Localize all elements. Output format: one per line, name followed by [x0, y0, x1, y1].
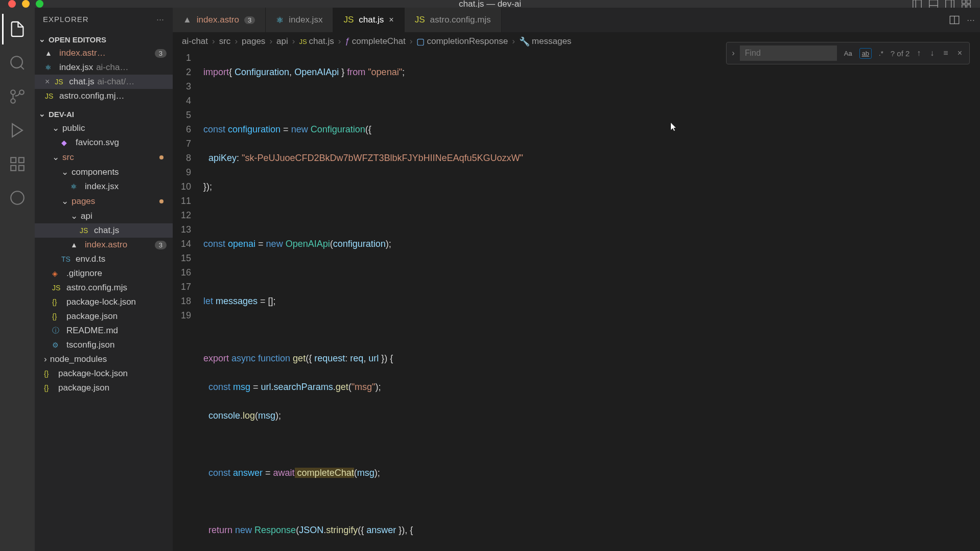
- json-file-icon: {}: [44, 370, 53, 378]
- find-widget: › Aa ab .* ? of 2 ↑ ↓ ≡ ×: [726, 42, 970, 64]
- find-close-icon[interactable]: ×: [955, 48, 964, 59]
- file-tsconfig[interactable]: ⚙tsconfig.json: [35, 338, 173, 352]
- find-input[interactable]: [740, 45, 837, 61]
- find-next-icon[interactable]: ↓: [928, 48, 936, 59]
- split-editor-icon[interactable]: [949, 15, 960, 25]
- js-file-icon: JS: [52, 284, 61, 292]
- tab-index-astro[interactable]: ▲ index.astro 3: [173, 8, 266, 32]
- close-editor-icon[interactable]: ×: [45, 77, 50, 86]
- editor-area: ▲ index.astro 3 ⚛ index.jsx JS chat.js ×…: [173, 8, 980, 551]
- activity-run-debug[interactable]: [2, 115, 33, 146]
- react-file-icon: ⚛: [71, 182, 80, 191]
- json-file-icon: {}: [44, 384, 53, 392]
- astro-file-icon: ▲: [71, 241, 80, 249]
- svg-point-13: [11, 99, 15, 103]
- info-file-icon: ⓘ: [52, 326, 61, 335]
- editor-tabs: ▲ index.astro 3 ⚛ index.jsx JS chat.js ×…: [173, 8, 980, 32]
- find-prev-icon[interactable]: ↑: [915, 48, 923, 59]
- js-file-icon: JS: [299, 38, 307, 45]
- react-file-icon: ⚛: [276, 15, 284, 26]
- svg-marker-15: [12, 124, 22, 137]
- astro-file-icon: ▲: [45, 49, 54, 57]
- file-index-astro[interactable]: ▲index.astro3: [35, 238, 173, 252]
- modified-dot-icon: [159, 199, 164, 203]
- file-package-json[interactable]: {}package.json: [35, 309, 173, 324]
- open-editor-chat-js[interactable]: × JS chat.js ai-chat/…: [35, 75, 173, 89]
- tab-index-jsx[interactable]: ⚛ index.jsx: [266, 8, 333, 32]
- svg-point-20: [11, 191, 24, 204]
- modified-dot-icon: [159, 155, 164, 159]
- close-tab-icon[interactable]: ×: [389, 15, 393, 25]
- open-editor-index-astro[interactable]: ▲ index.astr… 3: [35, 46, 173, 60]
- svg-file-icon: ◆: [61, 139, 71, 147]
- open-editor-index-jsx[interactable]: ⚛ index.jsx ai-cha…: [35, 60, 173, 75]
- file-index-jsx[interactable]: ⚛index.jsx: [35, 179, 173, 194]
- svg-line-11: [21, 66, 24, 70]
- tsconfig-file-icon: ⚙: [52, 341, 61, 349]
- window-maximize-button[interactable]: [36, 0, 43, 8]
- find-whole-word-icon[interactable]: ab: [859, 48, 872, 59]
- folder-node-modules[interactable]: ›node_modules: [35, 352, 173, 366]
- sidebar-title: EXPLORER: [43, 15, 89, 24]
- file-chat-js[interactable]: JSchat.js: [35, 223, 173, 238]
- file-package-json-2[interactable]: {}package.json: [35, 381, 173, 395]
- json-file-icon: {}: [52, 312, 61, 320]
- file-favicon[interactable]: ◆favicon.svg: [35, 135, 173, 150]
- js-file-icon: JS: [415, 15, 425, 25]
- svg-point-12: [19, 90, 24, 95]
- svg-rect-4: [946, 0, 954, 8]
- tab-chat-js[interactable]: JS chat.js ×: [333, 8, 404, 32]
- open-editor-astro-config[interactable]: JS astro.config.mj…: [35, 89, 173, 103]
- folder-pages[interactable]: ⌄pages: [35, 194, 173, 209]
- svg-rect-7: [967, 0, 970, 3]
- tab-more-icon[interactable]: ⋯: [967, 15, 975, 25]
- js-file-icon: JS: [55, 78, 64, 86]
- svg-point-14: [11, 90, 15, 95]
- find-selection-icon[interactable]: ≡: [941, 48, 950, 59]
- svg-rect-17: [19, 157, 24, 163]
- code-editor[interactable]: 12345678910111213141516171819 import{ Co…: [173, 51, 980, 551]
- activity-extensions[interactable]: [2, 149, 33, 179]
- folder-components[interactable]: ⌄components: [35, 165, 173, 179]
- file-gitignore[interactable]: ◈.gitignore: [35, 266, 173, 281]
- sidebar-more-icon[interactable]: ⋯: [156, 15, 165, 24]
- activity-explorer[interactable]: [2, 14, 33, 44]
- folder-src[interactable]: ⌄src: [35, 150, 173, 165]
- project-header[interactable]: ⌄DEV-AI: [35, 107, 173, 121]
- folder-public[interactable]: ⌄public: [35, 121, 173, 135]
- json-file-icon: {}: [52, 298, 61, 306]
- titlebar: chat.js — dev-ai: [0, 0, 980, 8]
- file-astro-config[interactable]: JSastro.config.mjs: [35, 281, 173, 295]
- line-numbers: 12345678910111213141516171819: [173, 51, 203, 551]
- file-package-lock[interactable]: {}package-lock.json: [35, 295, 173, 309]
- file-readme[interactable]: ⓘREADME.md: [35, 324, 173, 338]
- code-content[interactable]: import{ Configuration, OpenAIApi } from …: [203, 51, 980, 551]
- find-expand-icon[interactable]: ›: [732, 49, 734, 58]
- react-file-icon: ⚛: [45, 63, 54, 72]
- open-editors-header[interactable]: ⌄OPEN EDITORS: [35, 33, 173, 46]
- window-close-button[interactable]: [8, 0, 16, 8]
- svg-rect-19: [19, 166, 24, 171]
- find-regex-icon[interactable]: .*: [877, 49, 885, 58]
- sidebar: EXPLORER ⋯ ⌄OPEN EDITORS ▲ index.astr… 3…: [35, 8, 173, 551]
- activity-search[interactable]: [2, 48, 33, 78]
- file-env-dts[interactable]: TSenv.d.ts: [35, 252, 173, 266]
- find-case-icon[interactable]: Aa: [842, 49, 854, 58]
- git-file-icon: ◈: [52, 269, 61, 278]
- window-minimize-button[interactable]: [22, 0, 30, 8]
- tab-astro-config[interactable]: JS astro.config.mjs: [405, 8, 502, 32]
- js-file-icon: JS: [343, 15, 354, 25]
- activity-bar: 1: [0, 8, 35, 551]
- find-count: ? of 2: [891, 49, 910, 58]
- svg-rect-6: [962, 0, 966, 3]
- astro-file-icon: ▲: [183, 15, 192, 25]
- activity-source-control[interactable]: [2, 81, 33, 112]
- variable-icon: ▢: [416, 36, 425, 47]
- js-file-icon: JS: [80, 226, 89, 235]
- file-package-lock-2[interactable]: {}package-lock.json: [35, 366, 173, 381]
- folder-api[interactable]: ⌄api: [35, 209, 173, 223]
- svg-point-10: [11, 56, 22, 68]
- activity-edge[interactable]: [2, 182, 33, 213]
- svg-rect-16: [11, 157, 16, 163]
- property-icon: 🔧: [519, 36, 530, 47]
